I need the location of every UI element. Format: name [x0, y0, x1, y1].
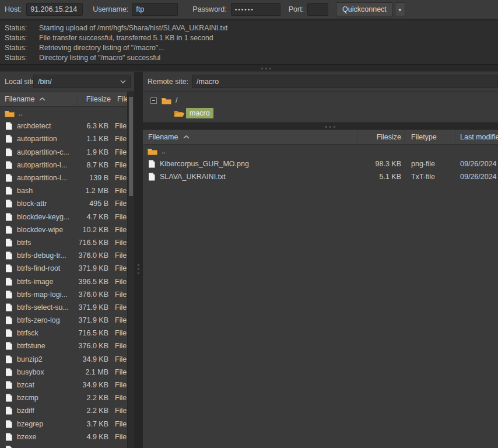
host-input[interactable]	[26, 3, 83, 16]
selected-folder-label[interactable]: macro	[186, 108, 213, 118]
remote-column-filetype[interactable]: Filetype	[405, 130, 455, 144]
local-scrollbar-thumb[interactable]	[129, 97, 133, 196]
quickconnect-bar: Host: Username: Password: Port: Quickcon…	[0, 0, 498, 19]
file-size: 3.7 KB	[77, 420, 112, 428]
file-icon	[5, 316, 12, 324]
collapse-icon[interactable]	[150, 97, 157, 104]
message-log: Status: Starting upload of /mnt/hgfs/Sha…	[0, 20, 498, 64]
status-message: Retrieving directory listing of "/macro"…	[39, 43, 164, 53]
file-name: btrfs-find-root	[17, 264, 77, 272]
file-size: 5.1 KB	[357, 173, 405, 181]
file-size: 371.9 KB	[77, 264, 112, 272]
local-file-row[interactable]: bzcat 34.9 KB File	[0, 379, 127, 391]
file-name: bzdiff	[17, 407, 77, 415]
local-file-row[interactable]: block-attr 495 B File	[0, 197, 127, 210]
file-type: File	[112, 355, 127, 363]
remote-file-row[interactable]: Kibercorpus_GUR_MO.png 98.3 KB png-file …	[143, 158, 498, 170]
file-name: btrfs-image	[17, 278, 77, 286]
local-file-row[interactable]: autopartition-l... 8.7 KB File	[0, 159, 127, 172]
local-file-row[interactable]: busybox 2.1 MB File	[0, 366, 127, 379]
password-input[interactable]	[231, 3, 280, 16]
status-line: Status: Directory listing of "/macro" su…	[0, 53, 498, 63]
file-type: File	[112, 316, 127, 324]
tree-root-row[interactable]: /	[143, 94, 498, 107]
local-site-row: Local site: /bin/	[0, 72, 134, 92]
remote-file-row[interactable]: SLAVA_UKRAINI.txt 5.1 KB TxT-file 09/26/…	[143, 170, 498, 183]
quickconnect-button[interactable]: Quickconnect	[336, 2, 393, 16]
file-icon	[5, 239, 12, 247]
port-input[interactable]	[307, 3, 328, 16]
port-label: Port:	[289, 5, 304, 13]
file-icon	[5, 174, 12, 182]
remote-site-combobox[interactable]: /macro	[192, 75, 498, 88]
file-size: 2.2 KB	[77, 407, 112, 415]
quickconnect-dropdown-button[interactable]: ▾	[395, 2, 405, 16]
local-file-row[interactable]: btrfs-debug-tr... 376.0 KB File	[0, 249, 127, 262]
status-message: File transfer successful, transferred 5.…	[39, 33, 213, 43]
file-icon	[148, 173, 155, 181]
chevron-down-icon[interactable]	[116, 80, 130, 83]
local-file-row[interactable]: bzegrep 3.7 KB File	[0, 418, 127, 430]
local-file-row[interactable]: archdetect 6.3 KB File	[0, 120, 127, 132]
sort-ascending-icon	[183, 135, 190, 139]
file-icon	[5, 290, 12, 299]
status-label: Status:	[0, 43, 39, 53]
local-file-row[interactable]: bash 1.2 MB File	[0, 184, 127, 197]
file-name: block-attr	[17, 200, 77, 208]
local-file-row[interactable]: btrfs 716.5 KB File	[0, 236, 127, 249]
file-icon	[148, 160, 155, 168]
remote-site-label: Remote site:	[148, 78, 188, 86]
tree-macro-row[interactable]: macro	[143, 107, 498, 120]
remote-directory-tree: / macro	[143, 92, 498, 123]
local-file-row[interactable]: bzcmp 2.2 KB File	[0, 391, 127, 404]
local-file-row[interactable]: btrfs-zero-log 371.9 KB File	[0, 314, 127, 327]
local-file-row[interactable]: btrfs-find-root 371.9 KB File	[0, 262, 127, 275]
local-vertical-scrollbar[interactable]	[127, 92, 134, 448]
file-size: 6.3 KB	[77, 122, 112, 130]
file-type: File	[112, 329, 127, 337]
remote-splitter[interactable]	[143, 123, 498, 130]
remote-column-filesize[interactable]: Filesize	[357, 130, 405, 144]
local-parent-dir-row[interactable]: ..	[0, 107, 127, 120]
local-file-row[interactable]: btrfs-image 396.5 KB File	[0, 275, 127, 288]
local-file-row[interactable]: blockdev-keyg... 4.7 KB File	[0, 211, 127, 223]
local-site-combobox[interactable]: /bin/	[33, 75, 131, 88]
username-input[interactable]	[132, 3, 178, 16]
local-file-row[interactable]: btrfstune 376.0 KB File	[0, 340, 127, 352]
file-type: TxT-file	[405, 173, 455, 181]
file-size: 10.2 KB	[77, 226, 112, 234]
remote-site-path: /macro	[192, 78, 497, 86]
local-file-row[interactable]: bzexe 4.9 KB File	[0, 430, 127, 443]
local-file-row[interactable]: btrfs-map-logi... 376.0 KB File	[0, 288, 127, 301]
local-column-filename[interactable]: Filename	[0, 92, 78, 106]
remote-parent-dir-row[interactable]: ..	[143, 145, 498, 158]
status-label: Status:	[0, 23, 39, 33]
local-file-row[interactable]: autopartition-c... 1.9 KB File	[0, 146, 127, 159]
file-type: File	[112, 251, 127, 260]
local-file-row[interactable]: btrfsck 716.5 KB File	[0, 327, 127, 340]
status-message: Starting upload of /mnt/hgfs/Shara/hist/…	[39, 23, 228, 33]
file-size: 98.3 KB	[357, 160, 405, 168]
file-size: 376.0 KB	[77, 251, 112, 260]
log-splitter[interactable]	[0, 64, 498, 72]
local-site-label: Local site:	[5, 78, 37, 86]
remote-column-last-modified[interactable]: Last modified	[455, 130, 498, 144]
file-size: 1.1 KB	[77, 135, 112, 143]
local-column-filesize[interactable]: Filesize	[78, 92, 114, 106]
local-file-row[interactable]: autopartition-l... 139 B File	[0, 172, 127, 184]
local-file-row[interactable]: autopartition 1.1 KB File	[0, 132, 127, 145]
file-size: 376.0 KB	[77, 290, 112, 299]
file-icon	[5, 342, 12, 350]
remote-file-list: .. Kibercorpus_GUR_MO.png 98.3 KB	[143, 145, 498, 448]
remote-column-filename[interactable]: Filename	[143, 130, 357, 144]
panel-divider[interactable]	[134, 72, 143, 448]
local-file-row[interactable]: blockdev-wipe 10.2 KB File	[0, 223, 127, 236]
local-file-row[interactable]: bzdiff 2.2 KB File	[0, 404, 127, 417]
status-message: Directory listing of "/macro" successful	[39, 53, 160, 63]
file-size: 8.7 KB	[77, 161, 112, 169]
file-icon	[5, 433, 12, 441]
file-type: File	[112, 161, 127, 169]
file-icon	[5, 278, 12, 286]
local-file-row[interactable]: bunzip2 34.9 KB File	[0, 353, 127, 366]
local-file-row[interactable]: btrfs-select-su... 371.9 KB File	[0, 301, 127, 314]
